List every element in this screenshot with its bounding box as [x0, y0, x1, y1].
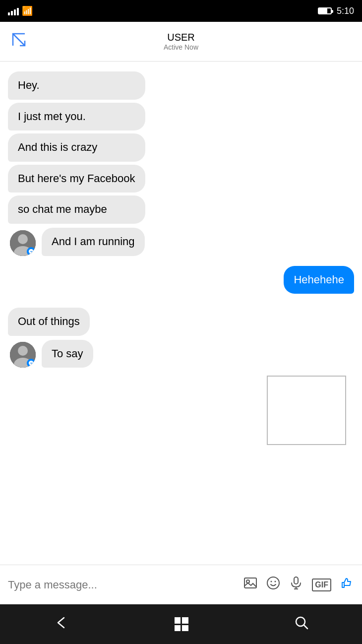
- incoming-wrapper-2: To say: [8, 340, 354, 368]
- expand-icon[interactable]: [10, 31, 28, 52]
- chat-header: USER Active Now: [0, 22, 362, 62]
- status-bar: 📶 5:10: [0, 0, 362, 22]
- signal-bar-3: [14, 9, 16, 15]
- bubble-facebook: But here's my Facebook: [8, 165, 145, 193]
- search-button[interactable]: [294, 615, 309, 634]
- message-input[interactable]: [8, 579, 238, 591]
- svg-point-2: [18, 234, 28, 244]
- message-group-outgoing: Hehehehe: [8, 266, 354, 294]
- message-group-incoming-1: Hey. I just met you. And this is crazy B…: [8, 71, 354, 224]
- svg-point-11: [275, 581, 276, 582]
- svg-rect-7: [244, 578, 256, 588]
- bubble-just-met: I just met you.: [8, 103, 145, 131]
- bubble-hey: Hey.: [8, 71, 145, 100]
- wifi-icon: 📶: [22, 5, 33, 16]
- message-group-incoming-2: Out of things: [8, 308, 354, 336]
- bubble-chat-maybe: so chat me maybe: [8, 195, 145, 224]
- avatar-2: [10, 342, 36, 368]
- chat-area: Hey. I just met you. And this is crazy B…: [0, 62, 362, 565]
- header-center: USER Active Now: [164, 32, 198, 51]
- emoji-icon[interactable]: [266, 576, 280, 593]
- status-time: 5:10: [337, 6, 354, 16]
- bubble-running: And I am running: [42, 228, 145, 256]
- messenger-badge-1: [27, 247, 36, 256]
- status-left: 📶: [8, 5, 33, 16]
- chat-user-name: USER: [164, 32, 198, 43]
- windows-start-button[interactable]: [175, 617, 188, 631]
- svg-point-10: [271, 581, 272, 582]
- bubble-out-of-things: Out of things: [8, 308, 90, 336]
- bubble-column-2: Out of things: [8, 308, 90, 336]
- signal-bar-4: [17, 8, 19, 15]
- bubble-to-say: To say: [42, 340, 93, 368]
- signal-bar-1: [8, 12, 10, 15]
- svg-line-0: [13, 34, 25, 46]
- gif-icon[interactable]: GIF: [312, 579, 331, 591]
- signal-bar-2: [11, 11, 13, 15]
- bubble-column-1: Hey. I just met you. And this is crazy B…: [8, 71, 145, 224]
- incoming-wrapper-1: And I am running: [8, 228, 354, 256]
- svg-line-16: [304, 625, 307, 629]
- bubble-column-running: And I am running: [42, 228, 145, 256]
- bubble-column-to-say: To say: [42, 340, 93, 368]
- svg-point-5: [18, 346, 28, 356]
- bubble-hehehehe: Hehehehe: [284, 266, 354, 294]
- svg-point-9: [267, 577, 279, 589]
- back-button[interactable]: [53, 615, 69, 634]
- image-icon[interactable]: [243, 576, 257, 593]
- battery-icon: [318, 7, 332, 14]
- avatar-1: [10, 230, 36, 256]
- svg-rect-12: [294, 577, 298, 584]
- signal-bars: [8, 6, 19, 15]
- status-right: 5:10: [318, 6, 354, 16]
- input-bar: GIF: [0, 565, 362, 604]
- chat-user-status: Active Now: [164, 43, 198, 51]
- thumbsup-icon[interactable]: [340, 576, 354, 593]
- input-icons: GIF: [243, 576, 354, 593]
- mic-icon[interactable]: [289, 576, 303, 593]
- bottom-nav: [0, 604, 362, 644]
- bubble-crazy: And this is crazy: [8, 133, 145, 162]
- gif-placeholder: [267, 376, 346, 445]
